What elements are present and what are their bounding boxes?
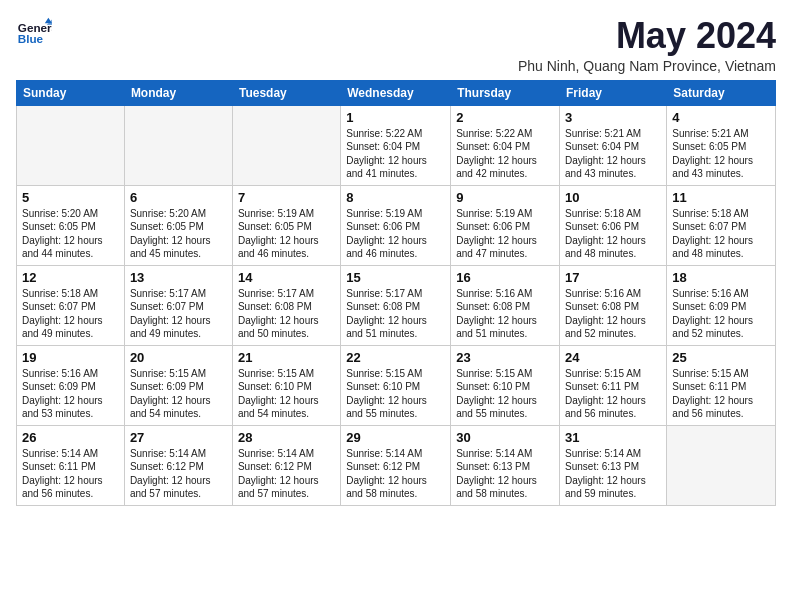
- cell-info: Sunrise: 5:21 AMSunset: 6:05 PMDaylight:…: [672, 127, 770, 181]
- day-number: 23: [456, 350, 554, 365]
- header-monday: Monday: [124, 80, 232, 105]
- calendar-cell: 2Sunrise: 5:22 AMSunset: 6:04 PMDaylight…: [451, 105, 560, 185]
- calendar-cell: 18Sunrise: 5:16 AMSunset: 6:09 PMDayligh…: [667, 265, 776, 345]
- cell-info: Sunrise: 5:19 AMSunset: 6:06 PMDaylight:…: [456, 207, 554, 261]
- day-number: 27: [130, 430, 227, 445]
- day-number: 6: [130, 190, 227, 205]
- cell-info: Sunrise: 5:15 AMSunset: 6:11 PMDaylight:…: [672, 367, 770, 421]
- calendar-cell: 7Sunrise: 5:19 AMSunset: 6:05 PMDaylight…: [232, 185, 340, 265]
- header-tuesday: Tuesday: [232, 80, 340, 105]
- cell-info: Sunrise: 5:18 AMSunset: 6:07 PMDaylight:…: [22, 287, 119, 341]
- calendar-week-5: 26Sunrise: 5:14 AMSunset: 6:11 PMDayligh…: [17, 425, 776, 505]
- cell-info: Sunrise: 5:19 AMSunset: 6:05 PMDaylight:…: [238, 207, 335, 261]
- cell-info: Sunrise: 5:22 AMSunset: 6:04 PMDaylight:…: [456, 127, 554, 181]
- cell-info: Sunrise: 5:16 AMSunset: 6:08 PMDaylight:…: [456, 287, 554, 341]
- calendar-cell: 4Sunrise: 5:21 AMSunset: 6:05 PMDaylight…: [667, 105, 776, 185]
- calendar-cell: 16Sunrise: 5:16 AMSunset: 6:08 PMDayligh…: [451, 265, 560, 345]
- cell-info: Sunrise: 5:16 AMSunset: 6:08 PMDaylight:…: [565, 287, 661, 341]
- calendar-cell: 10Sunrise: 5:18 AMSunset: 6:06 PMDayligh…: [560, 185, 667, 265]
- calendar-cell: 26Sunrise: 5:14 AMSunset: 6:11 PMDayligh…: [17, 425, 125, 505]
- calendar-cell: 22Sunrise: 5:15 AMSunset: 6:10 PMDayligh…: [341, 345, 451, 425]
- calendar-cell: 12Sunrise: 5:18 AMSunset: 6:07 PMDayligh…: [17, 265, 125, 345]
- calendar-cell: 29Sunrise: 5:14 AMSunset: 6:12 PMDayligh…: [341, 425, 451, 505]
- calendar-cell: 31Sunrise: 5:14 AMSunset: 6:13 PMDayligh…: [560, 425, 667, 505]
- day-number: 14: [238, 270, 335, 285]
- day-number: 18: [672, 270, 770, 285]
- cell-info: Sunrise: 5:17 AMSunset: 6:07 PMDaylight:…: [130, 287, 227, 341]
- header-sunday: Sunday: [17, 80, 125, 105]
- cell-info: Sunrise: 5:15 AMSunset: 6:10 PMDaylight:…: [238, 367, 335, 421]
- cell-info: Sunrise: 5:15 AMSunset: 6:10 PMDaylight:…: [346, 367, 445, 421]
- calendar-cell: 23Sunrise: 5:15 AMSunset: 6:10 PMDayligh…: [451, 345, 560, 425]
- calendar-cell: [124, 105, 232, 185]
- calendar-cell: 3Sunrise: 5:21 AMSunset: 6:04 PMDaylight…: [560, 105, 667, 185]
- calendar-cell: 27Sunrise: 5:14 AMSunset: 6:12 PMDayligh…: [124, 425, 232, 505]
- day-number: 10: [565, 190, 661, 205]
- calendar-cell: [17, 105, 125, 185]
- cell-info: Sunrise: 5:19 AMSunset: 6:06 PMDaylight:…: [346, 207, 445, 261]
- logo-icon: General Blue: [16, 16, 52, 52]
- calendar-cell: 30Sunrise: 5:14 AMSunset: 6:13 PMDayligh…: [451, 425, 560, 505]
- header-saturday: Saturday: [667, 80, 776, 105]
- day-number: 2: [456, 110, 554, 125]
- calendar-cell: 5Sunrise: 5:20 AMSunset: 6:05 PMDaylight…: [17, 185, 125, 265]
- cell-info: Sunrise: 5:15 AMSunset: 6:11 PMDaylight:…: [565, 367, 661, 421]
- day-number: 4: [672, 110, 770, 125]
- day-number: 20: [130, 350, 227, 365]
- location-subtitle: Phu Ninh, Quang Nam Province, Vietnam: [518, 58, 776, 74]
- calendar-cell: 13Sunrise: 5:17 AMSunset: 6:07 PMDayligh…: [124, 265, 232, 345]
- cell-info: Sunrise: 5:14 AMSunset: 6:12 PMDaylight:…: [346, 447, 445, 501]
- cell-info: Sunrise: 5:14 AMSunset: 6:13 PMDaylight:…: [456, 447, 554, 501]
- calendar-cell: 6Sunrise: 5:20 AMSunset: 6:05 PMDaylight…: [124, 185, 232, 265]
- day-number: 19: [22, 350, 119, 365]
- day-number: 1: [346, 110, 445, 125]
- cell-info: Sunrise: 5:14 AMSunset: 6:11 PMDaylight:…: [22, 447, 119, 501]
- calendar-cell: 20Sunrise: 5:15 AMSunset: 6:09 PMDayligh…: [124, 345, 232, 425]
- day-number: 25: [672, 350, 770, 365]
- calendar-cell: 9Sunrise: 5:19 AMSunset: 6:06 PMDaylight…: [451, 185, 560, 265]
- cell-info: Sunrise: 5:15 AMSunset: 6:09 PMDaylight:…: [130, 367, 227, 421]
- cell-info: Sunrise: 5:18 AMSunset: 6:06 PMDaylight:…: [565, 207, 661, 261]
- day-number: 28: [238, 430, 335, 445]
- header-friday: Friday: [560, 80, 667, 105]
- calendar-cell: 28Sunrise: 5:14 AMSunset: 6:12 PMDayligh…: [232, 425, 340, 505]
- calendar-week-3: 12Sunrise: 5:18 AMSunset: 6:07 PMDayligh…: [17, 265, 776, 345]
- calendar-cell: 1Sunrise: 5:22 AMSunset: 6:04 PMDaylight…: [341, 105, 451, 185]
- day-number: 22: [346, 350, 445, 365]
- calendar-cell: 14Sunrise: 5:17 AMSunset: 6:08 PMDayligh…: [232, 265, 340, 345]
- day-number: 17: [565, 270, 661, 285]
- day-number: 5: [22, 190, 119, 205]
- cell-info: Sunrise: 5:14 AMSunset: 6:12 PMDaylight:…: [130, 447, 227, 501]
- cell-info: Sunrise: 5:20 AMSunset: 6:05 PMDaylight:…: [22, 207, 119, 261]
- calendar-cell: 25Sunrise: 5:15 AMSunset: 6:11 PMDayligh…: [667, 345, 776, 425]
- day-number: 21: [238, 350, 335, 365]
- calendar-cell: 15Sunrise: 5:17 AMSunset: 6:08 PMDayligh…: [341, 265, 451, 345]
- day-number: 11: [672, 190, 770, 205]
- header-wednesday: Wednesday: [341, 80, 451, 105]
- month-title: May 2024: [518, 16, 776, 56]
- cell-info: Sunrise: 5:22 AMSunset: 6:04 PMDaylight:…: [346, 127, 445, 181]
- calendar-cell: 17Sunrise: 5:16 AMSunset: 6:08 PMDayligh…: [560, 265, 667, 345]
- calendar-cell: 21Sunrise: 5:15 AMSunset: 6:10 PMDayligh…: [232, 345, 340, 425]
- day-number: 24: [565, 350, 661, 365]
- day-number: 31: [565, 430, 661, 445]
- header-row: SundayMondayTuesdayWednesdayThursdayFrid…: [17, 80, 776, 105]
- day-number: 8: [346, 190, 445, 205]
- calendar-cell: 11Sunrise: 5:18 AMSunset: 6:07 PMDayligh…: [667, 185, 776, 265]
- day-number: 7: [238, 190, 335, 205]
- day-number: 13: [130, 270, 227, 285]
- title-block: May 2024 Phu Ninh, Quang Nam Province, V…: [518, 16, 776, 74]
- cell-info: Sunrise: 5:17 AMSunset: 6:08 PMDaylight:…: [238, 287, 335, 341]
- cell-info: Sunrise: 5:16 AMSunset: 6:09 PMDaylight:…: [672, 287, 770, 341]
- page-header: General Blue May 2024 Phu Ninh, Quang Na…: [16, 16, 776, 74]
- svg-text:Blue: Blue: [18, 32, 44, 45]
- day-number: 16: [456, 270, 554, 285]
- day-number: 9: [456, 190, 554, 205]
- cell-info: Sunrise: 5:16 AMSunset: 6:09 PMDaylight:…: [22, 367, 119, 421]
- day-number: 15: [346, 270, 445, 285]
- day-number: 12: [22, 270, 119, 285]
- day-number: 3: [565, 110, 661, 125]
- calendar-week-1: 1Sunrise: 5:22 AMSunset: 6:04 PMDaylight…: [17, 105, 776, 185]
- cell-info: Sunrise: 5:18 AMSunset: 6:07 PMDaylight:…: [672, 207, 770, 261]
- logo: General Blue: [16, 16, 52, 52]
